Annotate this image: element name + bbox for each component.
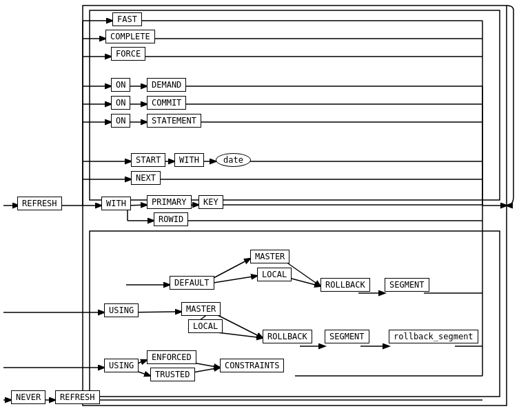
never-node: NEVER: [11, 390, 45, 404]
using1-node: USING: [104, 303, 139, 317]
segment1-node: SEGMENT: [385, 278, 429, 292]
complete-node: COMPLETE: [105, 30, 155, 43]
master1-node: MASTER: [250, 250, 289, 263]
rowid-node: ROWID: [154, 212, 188, 226]
start-node: START: [131, 153, 165, 167]
constraints-node: CONSTRAINTS: [220, 359, 284, 372]
demand-node: DEMAND: [147, 78, 186, 92]
local1-node: LOCAL: [257, 268, 292, 281]
primary-node: PRIMARY: [147, 195, 192, 209]
key-node: KEY: [199, 195, 223, 209]
on2-node: ON: [111, 96, 130, 110]
commit-node: COMMIT: [147, 96, 186, 110]
rollback2-node: ROLLBACK: [263, 330, 312, 343]
on3-node: ON: [111, 114, 130, 128]
rollback-segment-node: rollback_segment: [389, 330, 478, 343]
with2-node: WITH: [101, 197, 131, 210]
diagram: FAST COMPLETE FORCE ON DEMAND ON COMMIT …: [0, 0, 519, 420]
statement-node: STATEMENT: [147, 114, 201, 128]
master2-node: MASTER: [181, 302, 221, 316]
diagram-svg: [0, 0, 519, 420]
default-node: DEFAULT: [170, 276, 214, 290]
force-node: FORCE: [111, 47, 145, 61]
rollback1-node: ROLLBACK: [320, 278, 370, 292]
segment2-node: SEGMENT: [325, 330, 369, 343]
date-node: date: [216, 153, 251, 167]
enforced-node: ENFORCED: [147, 350, 196, 364]
with1-node: WITH: [174, 153, 204, 167]
refresh2-node: REFRESH: [55, 390, 100, 404]
refresh-node: REFRESH: [17, 197, 62, 210]
local2-node: LOCAL: [188, 319, 223, 333]
fast-node: FAST: [112, 12, 142, 26]
on1-node: ON: [111, 78, 130, 92]
trusted-node: TRUSTED: [150, 368, 195, 381]
next-node: NEXT: [131, 171, 161, 185]
using2-node: USING: [104, 359, 139, 372]
